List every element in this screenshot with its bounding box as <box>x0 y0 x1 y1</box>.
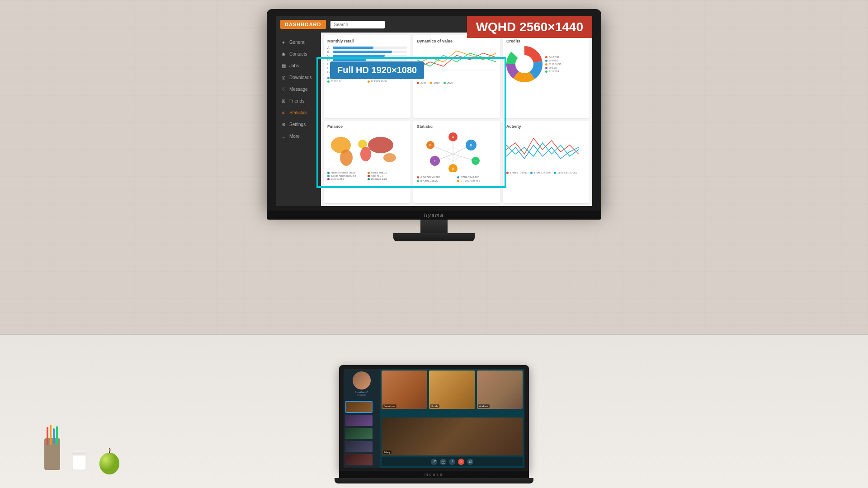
camera-button[interactable]: 📷 <box>440 459 446 465</box>
chat-item-5[interactable] <box>345 454 373 465</box>
bar-row-a: A <box>327 46 407 49</box>
video-thumb-2: Emily <box>429 371 475 409</box>
svg-rect-4 <box>56 426 58 445</box>
credits-content: A 157.65 B 446.0 C 1384.50 D 0.75 E 1471… <box>506 46 586 82</box>
sidebar-item-message[interactable]: ♡ Message <box>276 83 321 95</box>
svg-text:F: F <box>429 144 431 147</box>
svg-rect-3 <box>53 428 55 444</box>
more-menu[interactable]: ⋮ <box>382 411 523 416</box>
sidebar-item-more[interactable]: … More <box>276 130 321 142</box>
world-map <box>327 131 400 168</box>
credits-pie <box>506 46 542 82</box>
sidebar-item-contacts[interactable]: ◉ Contacts <box>276 48 321 60</box>
card-statistic-title: Statistic <box>417 124 496 129</box>
statistic-legend: A N7.587+0.292 D789.53+0.396 B A406.316.… <box>417 176 496 182</box>
card-credits: Credits <box>503 35 590 118</box>
video-main-large: Mary <box>382 418 523 456</box>
participant-1-label: Jonathan <box>382 404 396 408</box>
circle-icon: ● <box>280 39 287 45</box>
card-activity: Activity <box>503 121 590 203</box>
card-monthly-retail-title: Monthly retail <box>327 39 407 43</box>
activity-chart <box>506 131 579 168</box>
svg-text:D: D <box>452 167 454 170</box>
laptop-screen-content: Jonathan C. Available <box>344 369 524 468</box>
credits-legend: A 157.65 B 446.0 C 1384.50 D 0.75 E 1471… <box>545 46 586 82</box>
monitor: WQHD 2560×1440 Full HD 868×488 DASHBOA… <box>267 9 601 241</box>
svg-point-24 <box>368 137 393 153</box>
dashboard-body: ● General ◉ Contacts ▦ Jobs ◎ <box>276 33 592 206</box>
dashboard-title: DASHBOARD <box>280 20 326 29</box>
friends-icon: ⊞ <box>280 98 287 104</box>
chat-item-4[interactable] <box>345 441 373 452</box>
coffee-cup <box>70 443 89 474</box>
card-activity-title: Activity <box>506 124 586 129</box>
fhd-label: Full HD 868×488 <box>330 61 424 79</box>
svg-text:B: B <box>470 144 472 147</box>
svg-text:A: A <box>452 136 454 139</box>
card-credits-title: Credits <box>506 39 586 43</box>
bar-row-c: C <box>327 54 407 57</box>
sidebar-item-statistics[interactable]: ≡ Statistics <box>276 107 321 118</box>
card-finance-title: Finance <box>327 124 407 129</box>
more-options-button[interactable]: ⋮ <box>449 459 455 465</box>
card-finance: Finance <box>324 121 410 203</box>
sidebar-item-settings[interactable]: ⚙ Settings <box>276 118 321 130</box>
dashboard-ui: WQHD 2560×1440 Full HD 868×488 DASHBOA… <box>276 16 592 206</box>
monitor-brand: iiyama <box>267 211 601 220</box>
monitor-screen-outer: WQHD 2560×1440 Full HD 868×488 DASHBOA… <box>267 9 601 211</box>
sidebar-item-general[interactable]: ● General <box>276 36 321 48</box>
statistic-bubble: A B C D E F <box>417 131 489 172</box>
bar-row-b: B <box>327 50 407 53</box>
svg-point-25 <box>383 153 396 162</box>
svg-point-21 <box>340 150 353 166</box>
map-legend: North America 06.56 Africa +08.32 South … <box>327 171 407 180</box>
volume-button[interactable]: 🔊 <box>467 459 473 465</box>
bar-row-d: D <box>327 58 407 61</box>
user-profile: Jonathan C. Available <box>345 371 378 396</box>
video-main: Jonathan Emily Andrew <box>380 369 524 468</box>
sidebar: ● General ◉ Contacts ▦ Jobs ◎ <box>276 33 321 206</box>
dynamics-chart <box>417 46 496 78</box>
chat-item-1[interactable] <box>345 401 373 413</box>
chat-item-3[interactable] <box>345 428 373 439</box>
card-statistic: Statistic <box>413 121 500 203</box>
avatar <box>353 371 371 389</box>
svg-point-19 <box>516 56 533 72</box>
message-icon: ♡ <box>280 86 287 92</box>
video-thumb-3: Andrew <box>477 371 523 409</box>
chat-item-2[interactable] <box>345 415 373 426</box>
video-grid-top: Jonathan Emily Andrew <box>382 371 523 409</box>
monitor-stand-top <box>420 220 448 233</box>
settings-icon: ⚙ <box>280 121 287 127</box>
main-content: Monthly retail A B <box>321 33 592 206</box>
sidebar-item-downloads[interactable]: ◎ Downloads <box>276 71 321 83</box>
wqhd-label: WQHD 2560×1440 <box>467 16 592 38</box>
sidebar-item-friends[interactable]: ⊞ Friends <box>276 95 321 107</box>
activity-legend: 1708.6 -04782 1700.337 0.02 16764.61 070… <box>506 171 586 174</box>
participant-4-label: Mary <box>383 450 392 454</box>
contact-icon: ◉ <box>280 51 287 57</box>
video-controls: 🎤 📷 ⋮ ✕ 🔊 <box>382 457 523 466</box>
card-dynamics-title: Dynamics of value <box>417 39 496 43</box>
laptop-brand: mouse <box>339 471 529 478</box>
download-icon: ◎ <box>280 74 287 80</box>
card-dynamics: Dynamics of value <box>413 35 500 118</box>
svg-text:E: E <box>434 160 436 163</box>
pencil-cup <box>40 425 65 474</box>
laptop-screen-outer: Jonathan C. Available <box>339 365 529 471</box>
sidebar-item-jobs[interactable]: ▦ Jobs <box>276 60 321 71</box>
video-sidebar: Jonathan C. Available <box>344 369 380 468</box>
svg-rect-7 <box>72 452 86 455</box>
participant-3-label: Andrew <box>478 404 490 408</box>
svg-point-23 <box>360 147 371 161</box>
jobs-icon: ▦ <box>280 62 287 69</box>
end-call-button[interactable]: ✕ <box>458 459 464 465</box>
video-thumb-1: Jonathan <box>382 371 427 409</box>
svg-rect-1 <box>47 427 48 445</box>
search-input[interactable] <box>330 21 385 28</box>
svg-rect-2 <box>50 425 52 445</box>
more-icon: … <box>280 133 287 139</box>
monitor-stand-base <box>393 233 475 241</box>
participant-2-label: Emily <box>430 404 439 408</box>
mic-button[interactable]: 🎤 <box>431 459 437 465</box>
